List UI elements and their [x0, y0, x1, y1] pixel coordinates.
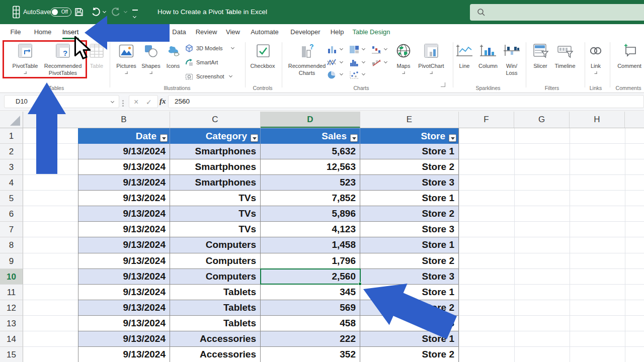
tab-data[interactable]: Data	[171, 24, 187, 40]
formula-bar-options-icon[interactable]	[122, 99, 124, 108]
cell-D6[interactable]: 5,896	[261, 206, 360, 222]
charts-dialog-launcher-icon[interactable]	[441, 82, 445, 87]
table-header-sales[interactable]: Sales	[261, 128, 360, 144]
smartart-icon[interactable]	[185, 58, 193, 66]
link-dropdown-icon[interactable]	[595, 71, 597, 74]
column-header-B[interactable]: B	[78, 112, 170, 128]
cell-C10[interactable]: Computers	[170, 269, 261, 285]
cell-C14[interactable]: Accessories	[170, 331, 261, 347]
sparkline-column-button[interactable]: Column	[478, 62, 498, 69]
formula-input[interactable]: 2560	[168, 95, 644, 108]
cell-E3[interactable]: Store 2	[360, 159, 459, 175]
select-all-corner[interactable]	[0, 112, 23, 128]
combo-chart-type-icon[interactable]	[371, 58, 381, 67]
cell-B8[interactable]: 9/13/2024	[78, 237, 170, 253]
comment-button[interactable]: Comment	[617, 62, 641, 69]
cell-D9[interactable]: 1,796	[261, 253, 360, 269]
cell-C11[interactable]: Tablets	[170, 285, 261, 300]
tab-file[interactable]: File	[9, 24, 23, 40]
cell-E13[interactable]: Store 3	[360, 316, 459, 331]
cell-B2[interactable]: 9/13/2024	[78, 144, 170, 159]
cancel-icon[interactable]: ×	[134, 96, 138, 108]
name-box-dropdown-icon[interactable]	[111, 100, 114, 103]
save-icon[interactable]	[74, 7, 84, 17]
shapes-icon[interactable]	[144, 44, 159, 58]
undo-icon[interactable]	[91, 7, 101, 17]
row-header-6[interactable]: 6	[0, 206, 23, 222]
cell-D14[interactable]: 222	[261, 331, 360, 347]
column-chart-dropdown-icon[interactable]	[340, 47, 343, 50]
cell-D4[interactable]: 523	[261, 175, 360, 191]
cell-C15[interactable]: Accessories	[170, 347, 261, 362]
cell-C3[interactable]: Smartphones	[170, 159, 261, 175]
cell-C6[interactable]: TVs	[170, 206, 261, 222]
screenshot-dropdown-icon[interactable]	[229, 74, 232, 77]
column-header-C[interactable]: C	[170, 112, 261, 128]
row-header-13[interactable]: 13	[0, 316, 23, 331]
row-header-1[interactable]: 1	[0, 128, 23, 144]
slicer-button[interactable]: Slicer	[533, 62, 547, 69]
tab-review[interactable]: Review	[194, 24, 219, 40]
pivotchart-dropdown-icon[interactable]	[430, 71, 433, 74]
pivotchart-icon[interactable]	[424, 43, 439, 58]
scatter-chart-dropdown-icon[interactable]	[362, 72, 365, 75]
recommended-charts-icon[interactable]: ?	[300, 43, 315, 58]
cell-C5[interactable]: TVs	[170, 191, 261, 206]
waterfall-chart-type-icon[interactable]	[371, 45, 381, 54]
insert-function-icon[interactable]: fx	[159, 97, 166, 106]
comment-icon[interactable]	[622, 43, 637, 58]
timeline-button[interactable]: Timeline	[554, 62, 575, 69]
cell-D8[interactable]: 1,458	[261, 237, 360, 253]
tab-view[interactable]: View	[224, 24, 242, 40]
row-header-8[interactable]: 8	[0, 237, 23, 253]
search-box[interactable]: Search	[470, 4, 644, 21]
row-header-3[interactable]: 3	[0, 159, 23, 175]
cell-B13[interactable]: 9/13/2024	[78, 316, 170, 331]
sparkline-winloss-button-line2[interactable]: Loss	[506, 69, 517, 76]
row-header-2[interactable]: 2	[0, 144, 23, 159]
line-chart-dropdown-icon[interactable]	[340, 60, 343, 63]
row-header-14[interactable]: 14	[0, 331, 23, 347]
undo-dropdown-icon[interactable]	[103, 10, 106, 13]
slicer-icon[interactable]	[533, 43, 549, 58]
pictures-icon[interactable]	[119, 44, 134, 58]
cell-D3[interactable]: 12,563	[261, 159, 360, 175]
column-header-D[interactable]: D	[261, 112, 360, 128]
table-header-category[interactable]: Category	[170, 128, 261, 144]
cell-B12[interactable]: 9/13/2024	[78, 300, 170, 316]
cell-E8[interactable]: Store 1	[360, 237, 459, 253]
cell-B3[interactable]: 9/13/2024	[78, 159, 170, 175]
cell-D11[interactable]: 345	[261, 285, 360, 300]
cell-C12[interactable]: Tablets	[170, 300, 261, 316]
filter-button-sales[interactable]	[350, 134, 358, 142]
screenshot-icon[interactable]	[185, 72, 193, 80]
pictures-button[interactable]: Pictures	[116, 62, 136, 69]
shapes-dropdown-icon[interactable]	[150, 71, 152, 74]
column-header-F[interactable]: F	[459, 112, 514, 128]
treemap-chart-dropdown-icon[interactable]	[362, 47, 365, 50]
row-header-9[interactable]: 9	[0, 253, 23, 269]
link-icon[interactable]	[589, 44, 603, 57]
pivotchart-button[interactable]: PivotChart	[418, 62, 444, 69]
cell-C7[interactable]: TVs	[170, 222, 261, 237]
screenshot-button[interactable]: Screenshot	[196, 72, 224, 80]
cell-E9[interactable]: Store 2	[360, 253, 459, 269]
table-header-store[interactable]: Store	[360, 128, 459, 144]
waterfall-chart-dropdown-icon[interactable]	[384, 47, 387, 50]
filter-button-category[interactable]	[251, 134, 258, 142]
row-header-10[interactable]: 10	[0, 269, 23, 285]
smartart-button[interactable]: SmartArt	[196, 58, 218, 66]
tab-table-design[interactable]: Table Design	[351, 24, 391, 40]
autosave-toggle[interactable]: Off	[50, 8, 71, 17]
treemap-chart-type-icon[interactable]	[349, 45, 359, 54]
pie-chart-type-icon[interactable]	[327, 70, 337, 79]
tab-help[interactable]: Help	[329, 24, 346, 40]
sparkline-column-icon[interactable]	[479, 44, 497, 57]
row-header-7[interactable]: 7	[0, 222, 23, 237]
maps-icon[interactable]	[396, 43, 411, 58]
cell-B6[interactable]: 9/13/2024	[78, 206, 170, 222]
filter-button-store[interactable]	[449, 134, 456, 142]
fill-handle[interactable]	[358, 282, 362, 286]
cell-C2[interactable]: Smartphones	[170, 144, 261, 159]
column-chart-type-icon[interactable]	[327, 45, 337, 54]
